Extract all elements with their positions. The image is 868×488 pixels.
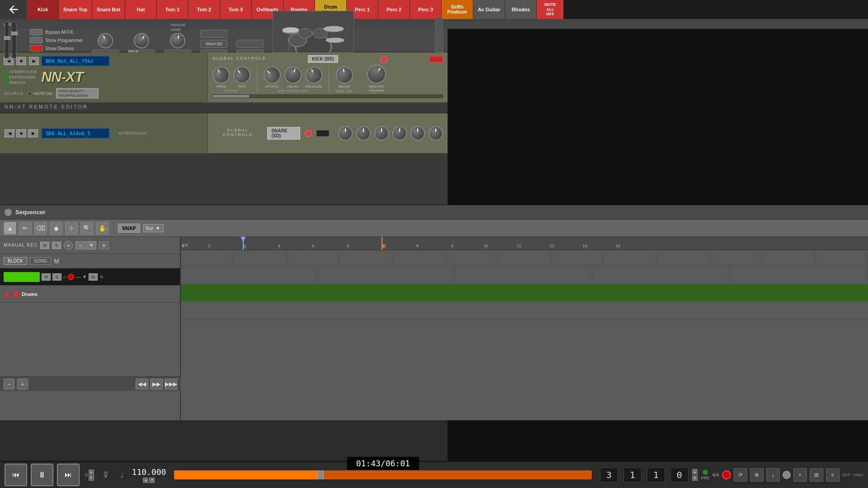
- tab-snare-top[interactable]: Snare Top: [59, 0, 92, 19]
- res-knob[interactable]: [230, 63, 254, 87]
- snare-nav-stop[interactable]: ■: [16, 129, 26, 137]
- manual-rec-m-btn[interactable]: M: [40, 242, 49, 249]
- metronome-button[interactable]: ♩: [116, 466, 128, 484]
- show-devices-button[interactable]: Show Devices: [30, 45, 83, 52]
- rewind-button[interactable]: ⏮: [5, 464, 27, 486]
- tab-mute-all[interactable]: MUTEALLOFF: [537, 0, 564, 19]
- green-m-btn[interactable]: M: [42, 273, 51, 281]
- tool-eraser[interactable]: ⌫: [34, 222, 47, 235]
- extra-btn-1[interactable]: [200, 30, 227, 38]
- loop-down-arrow[interactable]: ▼: [89, 475, 94, 481]
- bar-select[interactable]: Bar ▼: [143, 224, 164, 232]
- tab-kick[interactable]: Kick: [27, 0, 59, 19]
- tab-snare-bot[interactable]: Snare Bot: [92, 0, 125, 19]
- bd-damp-knob[interactable]: [96, 31, 116, 51]
- block-button[interactable]: BLOCK: [4, 257, 27, 265]
- nnxt-nav-stop[interactable]: ■: [16, 57, 26, 65]
- click-button[interactable]: 🎙: [99, 466, 112, 484]
- ir-button-2[interactable]: [316, 130, 329, 136]
- tab-griffn-producer[interactable]: GriffnProducer: [442, 0, 473, 19]
- pb-forward-btn[interactable]: ▶▶: [150, 379, 163, 389]
- amp-decay-knob[interactable]: [282, 64, 304, 86]
- snare-knob-1[interactable]: [338, 126, 353, 141]
- master-volume-knob[interactable]: [363, 61, 389, 87]
- loop-button[interactable]: ⟳: [734, 468, 747, 482]
- tool-diamond[interactable]: ◆: [50, 222, 62, 235]
- green-close-icon[interactable]: ✕: [99, 274, 104, 280]
- loop-up-arrow[interactable]: ▲: [89, 469, 94, 475]
- snare-knob-2[interactable]: [356, 126, 371, 141]
- snare-knob-3[interactable]: [374, 126, 389, 141]
- manual-rec-s-btn[interactable]: S: [52, 242, 61, 249]
- click-track-button[interactable]: ♩: [766, 468, 780, 482]
- tool-arrow[interactable]: ▲: [4, 222, 16, 235]
- rec-mode-btn[interactable]: ⌂: [75, 241, 85, 249]
- freq-knob[interactable]: [209, 63, 233, 87]
- nnxt-scrollbar-thumb[interactable]: [213, 95, 249, 98]
- rec-grid-btn[interactable]: ⊞: [99, 241, 109, 249]
- green-s-btn[interactable]: S: [52, 273, 61, 281]
- tab-tom2[interactable]: Tom 2: [189, 0, 220, 19]
- snare-knob-4[interactable]: [392, 126, 407, 141]
- note-on-check[interactable]: NOTE ON: [28, 91, 52, 96]
- snare-knob-5[interactable]: [410, 126, 425, 141]
- pos-up[interactable]: ▲: [692, 469, 698, 474]
- show-programmer-button[interactable]: Show Programmer: [30, 37, 83, 43]
- snare-knob-6[interactable]: [429, 126, 443, 141]
- tab-rhodes[interactable]: Rhodes: [505, 0, 537, 19]
- manual-rec-add-btn[interactable]: +: [64, 241, 73, 250]
- tool-pencil[interactable]: ✏: [19, 222, 32, 235]
- progress-bar[interactable]: [174, 470, 592, 479]
- tool-magnify[interactable]: 🔍: [80, 222, 93, 235]
- hh-overhead-knob[interactable]: [131, 30, 152, 51]
- pause-button[interactable]: ⏸: [31, 464, 53, 486]
- slider-1[interactable]: [5, 22, 9, 58]
- pb-fast-forward-btn[interactable]: ▶▶▶: [165, 379, 177, 389]
- zoom-out-button[interactable]: −: [4, 379, 14, 389]
- release-knob[interactable]: [303, 64, 325, 86]
- song-button[interactable]: SONG: [30, 257, 51, 265]
- tab-ac-guitar[interactable]: Ac Guitar: [473, 0, 505, 19]
- tempo-up-arrow[interactable]: ▲: [143, 478, 148, 483]
- progress-thumb[interactable]: [317, 470, 324, 479]
- overdub-button[interactable]: ⊕: [750, 468, 764, 482]
- tool-pointer[interactable]: ⊹: [65, 222, 78, 235]
- slider-1-thumb[interactable]: [4, 36, 10, 40]
- rec-arrow-btn[interactable]: ▼: [86, 241, 96, 249]
- forward-button[interactable]: ⏭: [57, 464, 80, 486]
- tab-hat[interactable]: Hat: [125, 0, 157, 19]
- snare-nav-next[interactable]: ▶: [28, 129, 38, 137]
- slider-2[interactable]: [12, 22, 16, 58]
- nnxt-nav-next[interactable]: ▶: [29, 57, 39, 65]
- ir-led-2: [305, 130, 311, 137]
- snap-button[interactable]: SNAP: [118, 224, 140, 233]
- add-track-button[interactable]: +: [793, 468, 807, 482]
- pb-rewind-btn[interactable]: ◀◀: [136, 379, 148, 389]
- note-on-radio[interactable]: [28, 91, 32, 96]
- nnxt-scrollbar[interactable]: [212, 94, 443, 98]
- extra-btn-3[interactable]: [236, 40, 264, 48]
- record-button[interactable]: [722, 470, 731, 479]
- drums-collapse-icon[interactable]: [4, 291, 10, 297]
- pos-down[interactable]: ▼: [692, 475, 698, 481]
- zoom-in-button[interactable]: +: [17, 379, 28, 389]
- tool-hand[interactable]: ✋: [96, 222, 108, 235]
- grid-view-button[interactable]: ⊞: [810, 468, 823, 482]
- slider-2-thumb[interactable]: [11, 32, 18, 35]
- tab-tom3[interactable]: Tom 3: [220, 0, 252, 19]
- mod-decay-knob[interactable]: [335, 65, 354, 85]
- tab-perc3[interactable]: Perc 3: [410, 0, 442, 19]
- attack-knob[interactable]: [260, 63, 284, 87]
- nominal-level-knob[interactable]: [169, 32, 187, 49]
- bypass-all-fx-button[interactable]: Bypass All FX: [30, 29, 83, 35]
- snare-nav-prev[interactable]: ◀: [5, 129, 14, 137]
- ir-button-1[interactable]: [429, 56, 443, 62]
- back-button[interactable]: [0, 0, 27, 19]
- tempo-down-arrow[interactable]: ▼: [149, 478, 155, 483]
- hq-interpolation-button[interactable]: HIGH QUALITY INTERPOLATION: [56, 88, 99, 99]
- green-track-m-btn-2[interactable]: M: [89, 273, 98, 281]
- short-sd-btn[interactable]: Short SD: [200, 40, 227, 48]
- tab-tom1[interactable]: Tom 1: [157, 0, 189, 19]
- list-view-button[interactable]: ≡: [826, 468, 840, 482]
- tab-perc2[interactable]: Perc 2: [378, 0, 410, 19]
